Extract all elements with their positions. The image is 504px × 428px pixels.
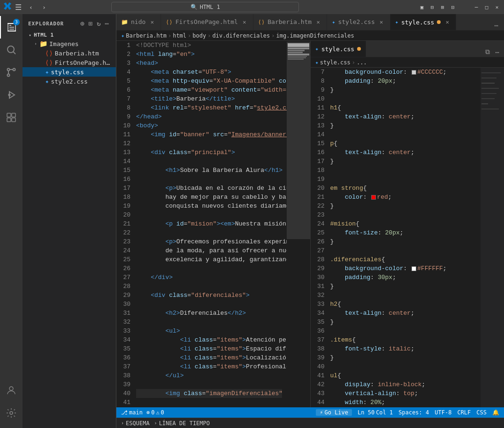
tree-item-label: Barberia.htm (55, 50, 99, 57)
refresh-button[interactable]: ↻ (96, 19, 102, 28)
activity-settings[interactable] (0, 402, 23, 424)
tree-item-label2: FirtsOnePage.html (55, 59, 112, 66)
collapse-button[interactable]: ⋯ (104, 19, 110, 28)
forward-button[interactable]: › (38, 1, 50, 13)
tab-style2[interactable]: ✦ style2.css ✕ (327, 14, 390, 30)
activity-bottom (0, 379, 23, 428)
css-line: } (330, 157, 476, 166)
breadcrumb-item[interactable]: ✦ (121, 32, 124, 39)
right-editor-pane: ✦ style.css ⧉ ⋯ ✦ style.css › ... (311, 41, 504, 407)
css-line (330, 94, 476, 103)
activity-search[interactable] (0, 39, 23, 61)
tree-item-barberia[interactable]: ⟨⟩ Barberia.htm (23, 48, 116, 58)
tree-item-firtsone[interactable]: ⟨⟩ FirtsOnePage.html (23, 58, 116, 67)
line-col-status[interactable]: Ln 50 Col 1 (358, 409, 393, 416)
git-branch-status[interactable]: ⎇ main (121, 409, 143, 416)
spaces-status[interactable]: Spaces: 4 (398, 409, 429, 416)
main-layout: 3 EXPLORADOR ⊕ ⊞ ↻ (0, 14, 504, 428)
tab-close-button[interactable]: ✕ (148, 18, 156, 26)
layout-icon[interactable]: ▣ (419, 4, 425, 10)
bottom-bar: › ESQUEMA › LÍNEA DE TIEMPO (116, 418, 504, 428)
tab-close-button2[interactable]: ✕ (241, 18, 248, 26)
code-line: <title>Barberia</title> (136, 94, 282, 103)
layout4-icon[interactable]: ⊡ (450, 4, 456, 10)
layout2-icon[interactable]: ⊟ (429, 4, 435, 10)
right-code-content: background-color: #CCCCCC; padding: 20px… (328, 68, 481, 407)
css-line: width: 20%; (330, 398, 476, 407)
css-line: padding: 30px; (330, 273, 476, 282)
right-tab-style[interactable]: ✦ style.css (311, 41, 367, 57)
split-editor-button[interactable]: ⋯ (493, 21, 500, 30)
line-ending-status[interactable]: CRLF (457, 409, 471, 416)
minimize-button[interactable]: ─ (473, 4, 480, 10)
right-breadcrumb-dots: ... (357, 59, 367, 66)
linea-de-tiempo-section[interactable]: › LÍNEA DE TIEMPO (154, 420, 210, 427)
breadcrumb-body[interactable]: body (192, 32, 206, 39)
code-line: <img id="banner" src="Imagenes/banner.jp… (136, 130, 282, 139)
svg-rect-8 (7, 118, 11, 122)
close-button[interactable]: ✕ (494, 4, 500, 10)
left-code-content: <!DOCTYPE html> <html lang="en"> <head> … (134, 41, 287, 407)
tab-close-button3[interactable]: ✕ (314, 18, 322, 26)
errors-status[interactable]: ⊗ 0 ⚠ 0 (146, 409, 164, 416)
css-tab-icon: ✦ (332, 19, 335, 25)
breadcrumb-html[interactable]: html (173, 32, 186, 39)
tab-nido[interactable]: 📁 nido ✕ (116, 14, 161, 30)
breadcrumb-img[interactable]: img.imagenDiferenciales (276, 32, 354, 39)
right-code-area[interactable]: 7891011 1213141516 1718192021 2223242526… (311, 68, 504, 407)
right-breadcrumb-name[interactable]: style.css (320, 59, 351, 66)
tree-item-imagenes[interactable]: › 📁 Imagenes (23, 39, 116, 48)
layout3-icon[interactable]: ⊞ (439, 4, 446, 10)
right-pane-tab-bar: ✦ style.css ⧉ ⋯ (311, 41, 504, 57)
right-breadcrumb-file[interactable]: ✦ (315, 59, 319, 66)
code-line: conquista nuevos clientes diariamente.</… (136, 202, 282, 210)
encoding-status[interactable]: UTF-8 (435, 409, 451, 416)
css-icon2: ✦ (45, 78, 49, 85)
breadcrumb-filename[interactable]: Barberia.htm (126, 32, 167, 39)
go-live-button[interactable]: ⚡ Go Live (316, 409, 352, 416)
activity-extensions[interactable] (0, 106, 23, 129)
new-file-button[interactable]: ⊕ (79, 19, 85, 28)
code-line: <h2>Diferenciales</h2> (136, 309, 282, 318)
code-line: de la moda, para así ofrecer a nuestros … (136, 246, 282, 255)
css-line: } (330, 282, 476, 291)
more-right-button[interactable]: ⋯ (494, 47, 501, 57)
code-line: <h1>Sobre la Barbería Alura</h1> (136, 166, 282, 175)
new-folder-button[interactable]: ⊞ (88, 19, 94, 28)
breadcrumb-div[interactable]: div.diferenciales (212, 32, 270, 39)
code-line: <meta charset="UTF-8"> (136, 68, 282, 77)
left-code-area[interactable]: 12345 678910 1112131415 1617181920 21222… (116, 41, 310, 407)
right-line-numbers: 7891011 1213141516 1718192021 2223242526… (311, 68, 328, 407)
tab-style[interactable]: ✦ style.css ✕ (390, 14, 457, 30)
maximize-button[interactable]: □ (483, 4, 490, 10)
tree-item-label: Imagenes (49, 40, 79, 47)
tree-root[interactable]: ▾ HTML 1 (23, 31, 116, 39)
css-right-tab-icon: ✦ (315, 46, 319, 52)
css-line (330, 246, 476, 255)
hamburger-menu-icon[interactable]: ☰ (15, 3, 22, 12)
tree-root-label: HTML 1 (34, 32, 54, 38)
activity-run[interactable] (0, 84, 23, 106)
activity-explorer[interactable]: 3 (0, 16, 23, 39)
code-line (136, 175, 282, 184)
back-button[interactable]: ‹ (25, 1, 37, 13)
tab-label2: FirtsOnePage.html (176, 18, 238, 25)
tab-close-button5[interactable]: ✕ (443, 18, 451, 26)
esquema-label: ESQUEMA (126, 420, 150, 427)
language-status[interactable]: CSS (476, 409, 487, 416)
html-icon: ⟨⟩ (45, 49, 53, 57)
col-label: Col 1 (376, 409, 393, 416)
activity-account[interactable] (0, 379, 23, 402)
tree-item-style[interactable]: ✦ style.css (23, 67, 116, 77)
notification-bell[interactable]: 🔔 (492, 409, 499, 416)
tab-barberia[interactable]: ⟨⟩ Barberia.htm ✕ (253, 14, 327, 30)
search-bar[interactable]: 🔍 HTML 1 (111, 2, 299, 12)
split-right-button[interactable]: ⧉ (483, 47, 492, 57)
activity-git[interactable] (0, 61, 23, 84)
tree-item-style2[interactable]: ✦ style2.css (23, 77, 116, 86)
code-line: </head> (136, 112, 282, 121)
tab-firtsone[interactable]: ⟨⟩ FirtsOnePage.html ✕ (161, 14, 253, 30)
tab-close-button4[interactable]: ✕ (378, 18, 385, 26)
explorer-badge: 3 (13, 19, 20, 25)
esquema-section[interactable]: › ESQUEMA (121, 420, 150, 427)
